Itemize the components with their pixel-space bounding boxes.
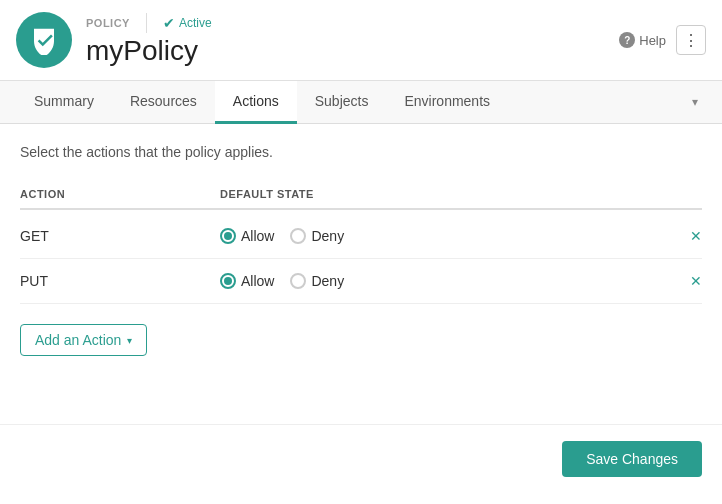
more-options-button[interactable]: ⋮ xyxy=(676,25,706,55)
tab-actions[interactable]: Actions xyxy=(215,81,297,124)
allow-radio-input-get[interactable] xyxy=(220,228,236,244)
deny-radio-get[interactable]: Deny xyxy=(290,228,344,244)
deny-radio-put[interactable]: Deny xyxy=(290,273,344,289)
column-header-state: DEFAULT STATE xyxy=(220,188,314,200)
tabs-bar: Summary Resources Actions Subjects Envir… xyxy=(0,81,722,124)
content-area: Select the actions that the policy appli… xyxy=(0,124,722,424)
footer: Save Changes xyxy=(0,424,722,493)
delete-action-put[interactable]: ✕ xyxy=(690,273,702,289)
status-text: Active xyxy=(179,16,212,30)
help-label: Help xyxy=(639,33,666,48)
allow-radio-put[interactable]: Allow xyxy=(220,273,274,289)
page-title: myPolicy xyxy=(86,35,619,67)
content-description: Select the actions that the policy appli… xyxy=(20,144,702,160)
active-badge: ✔ Active xyxy=(163,15,212,31)
tab-more-button[interactable]: ▾ xyxy=(684,83,706,121)
deny-radio-input-put[interactable] xyxy=(290,273,306,289)
table-header: ACTION DEFAULT STATE xyxy=(20,180,702,210)
add-action-label: Add an Action xyxy=(35,332,121,348)
deny-label-get: Deny xyxy=(311,228,344,244)
allow-label-get: Allow xyxy=(241,228,274,244)
tab-resources[interactable]: Resources xyxy=(112,81,215,124)
table-row: GET Allow Deny ✕ xyxy=(20,214,702,259)
help-icon: ? xyxy=(619,32,635,48)
add-action-caret-icon: ▾ xyxy=(127,335,132,346)
add-action-button[interactable]: Add an Action ▾ xyxy=(20,324,147,356)
help-button[interactable]: ? Help xyxy=(619,32,666,48)
column-header-action: ACTION xyxy=(20,188,220,200)
action-name-put: PUT xyxy=(20,273,220,289)
allow-label-put: Allow xyxy=(241,273,274,289)
tab-subjects[interactable]: Subjects xyxy=(297,81,387,124)
tab-summary[interactable]: Summary xyxy=(16,81,112,124)
deny-radio-input-get[interactable] xyxy=(290,228,306,244)
deny-label-put: Deny xyxy=(311,273,344,289)
state-options-get: Allow Deny xyxy=(220,228,690,244)
tab-environments[interactable]: Environments xyxy=(386,81,508,124)
header-text: POLICY ✔ Active myPolicy xyxy=(86,13,619,67)
table-row: PUT Allow Deny ✕ xyxy=(20,259,702,304)
header-label: POLICY ✔ Active xyxy=(86,13,619,33)
allow-radio-input-put[interactable] xyxy=(220,273,236,289)
action-name-get: GET xyxy=(20,228,220,244)
divider xyxy=(146,13,147,33)
state-options-put: Allow Deny xyxy=(220,273,690,289)
policy-label: POLICY xyxy=(86,17,130,29)
check-icon: ✔ xyxy=(163,15,175,31)
header-actions: ? Help ⋮ xyxy=(619,25,706,55)
policy-icon xyxy=(16,12,72,68)
delete-action-get[interactable]: ✕ xyxy=(690,228,702,244)
allow-radio-get[interactable]: Allow xyxy=(220,228,274,244)
save-changes-button[interactable]: Save Changes xyxy=(562,441,702,477)
header: POLICY ✔ Active myPolicy ? Help ⋮ xyxy=(0,0,722,81)
